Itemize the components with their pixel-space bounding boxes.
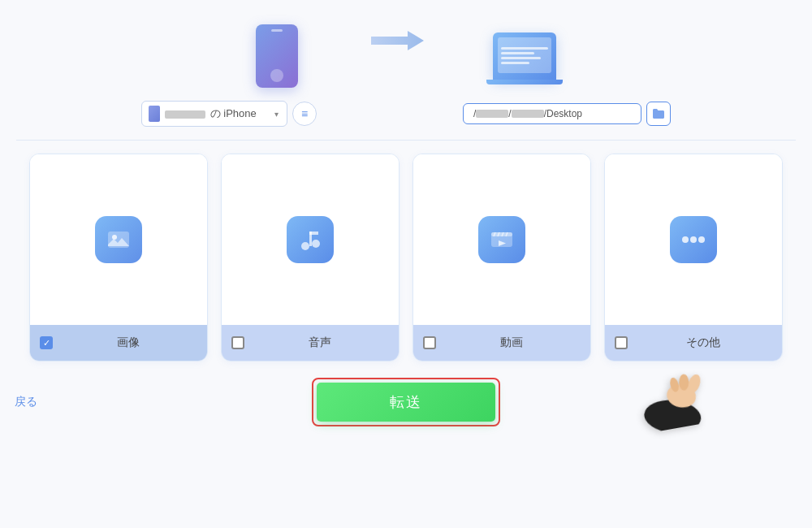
iphone-selector[interactable]: の iPhone ▾ ≡ bbox=[141, 101, 317, 127]
other-card[interactable]: その他 bbox=[604, 154, 783, 361]
other-icon bbox=[670, 216, 717, 263]
iphone-selector-text: の iPhone bbox=[165, 106, 266, 121]
hand-pointer-icon bbox=[628, 358, 713, 444]
desktop-path-selector[interactable]: / / /Desktop bbox=[463, 102, 671, 126]
file-type-cards: ✓ 画像 音声 bbox=[0, 154, 812, 361]
back-button[interactable]: 戻る bbox=[15, 395, 37, 409]
video-card-body bbox=[413, 154, 590, 325]
other-card-body bbox=[605, 154, 782, 325]
folder-button[interactable] bbox=[646, 102, 671, 126]
transfer-button-wrapper: 転送 bbox=[312, 378, 500, 426]
other-checkbox[interactable] bbox=[615, 336, 628, 349]
music-card-body bbox=[222, 154, 399, 325]
iphone-name-redacted bbox=[165, 110, 205, 119]
video-label: 動画 bbox=[443, 335, 581, 350]
video-checkbox[interactable] bbox=[423, 336, 436, 349]
svg-point-23 bbox=[643, 398, 702, 435]
section-divider bbox=[16, 140, 796, 141]
path-redacted-1 bbox=[476, 110, 508, 118]
svg-marker-6 bbox=[371, 31, 424, 50]
photo-card-body bbox=[30, 154, 207, 325]
svg-point-8 bbox=[112, 235, 117, 240]
photo-label: 画像 bbox=[59, 335, 197, 350]
settings-button[interactable]: ≡ bbox=[292, 102, 317, 126]
selector-row: の iPhone ▾ ≡ / / /Desktop bbox=[0, 101, 812, 127]
iphone-device bbox=[256, 24, 298, 88]
bottom-actions: 戻る 転送 bbox=[0, 361, 812, 426]
svg-rect-12 bbox=[309, 232, 318, 235]
svg-point-26 bbox=[679, 374, 689, 391]
device-transfer-header bbox=[0, 0, 812, 88]
chevron-down-icon: ▾ bbox=[274, 110, 279, 119]
other-label: その他 bbox=[634, 335, 772, 350]
svg-point-27 bbox=[668, 377, 680, 393]
video-card-footer[interactable]: 動画 bbox=[413, 325, 590, 361]
photo-checkbox[interactable]: ✓ bbox=[40, 336, 53, 349]
path-redacted-2 bbox=[512, 110, 544, 118]
photo-card[interactable]: ✓ 画像 bbox=[29, 154, 208, 361]
svg-point-25 bbox=[685, 373, 702, 395]
svg-point-10 bbox=[312, 240, 320, 248]
music-checkbox[interactable] bbox=[231, 336, 244, 349]
path-label: /Desktop bbox=[544, 108, 582, 119]
video-icon bbox=[478, 216, 525, 263]
laptop-icon bbox=[493, 32, 556, 80]
svg-point-20 bbox=[682, 236, 689, 243]
music-card-footer[interactable]: 音声 bbox=[222, 325, 399, 361]
transfer-button[interactable]: 転送 bbox=[317, 383, 495, 422]
svg-point-9 bbox=[301, 242, 309, 250]
photo-icon bbox=[95, 216, 142, 263]
svg-point-21 bbox=[690, 236, 697, 243]
transfer-arrow bbox=[363, 24, 428, 57]
music-icon bbox=[287, 216, 334, 263]
music-card[interactable]: 音声 bbox=[221, 154, 400, 361]
svg-point-24 bbox=[665, 383, 698, 410]
path-input[interactable]: / / /Desktop bbox=[463, 103, 641, 124]
photo-card-footer[interactable]: ✓ 画像 bbox=[30, 325, 207, 361]
other-card-footer[interactable]: その他 bbox=[605, 325, 782, 361]
iphone-icon bbox=[256, 24, 298, 88]
iphone-label: の iPhone bbox=[210, 107, 257, 119]
music-label: 音声 bbox=[251, 335, 389, 350]
iphone-selector-box[interactable]: の iPhone ▾ bbox=[141, 101, 287, 127]
video-card[interactable]: 動画 bbox=[412, 154, 591, 361]
phone-small-icon bbox=[149, 106, 160, 122]
svg-point-22 bbox=[698, 236, 705, 243]
laptop-device bbox=[493, 32, 556, 80]
